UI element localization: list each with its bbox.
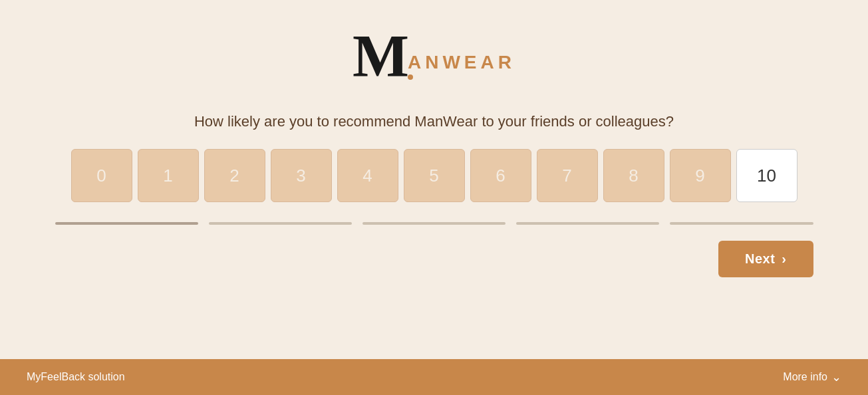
logo-area: M ANWEAR [353,27,515,86]
next-button-label: Next [745,251,775,267]
next-button[interactable]: Next › [718,241,813,277]
nps-button-2[interactable]: 2 [204,149,265,202]
nps-button-7[interactable]: 7 [537,149,598,202]
progress-segment-5 [670,222,813,225]
footer-left-text: MyFeelBack solution [27,371,125,383]
progress-segment-4 [516,222,659,225]
nps-button-6[interactable]: 6 [470,149,531,202]
nps-button-3[interactable]: 3 [271,149,332,202]
footer-more-info[interactable]: More info ⌄ [783,370,841,384]
progress-segment-2 [209,222,352,225]
next-chevron-icon: › [782,251,786,267]
question-text: How likely are you to recommend ManWear … [194,113,674,130]
footer-bar: MyFeelBack solution More info ⌄ [0,359,868,395]
progress-segment-3 [362,222,506,225]
footer-right-text: More info [783,371,827,383]
nps-button-10[interactable]: 10 [736,149,797,202]
page-wrapper: M ANWEAR How likely are you to recommend… [0,0,868,359]
progress-segment-1 [55,222,198,225]
progress-bar-area [55,222,813,225]
logo-anwear-text: ANWEAR [408,53,515,72]
logo-m-letter: M [353,27,406,86]
footer-chevron-icon: ⌄ [831,370,841,384]
nps-button-8[interactable]: 8 [603,149,664,202]
nps-button-4[interactable]: 4 [337,149,398,202]
nps-button-5[interactable]: 5 [404,149,465,202]
logo-text-group: ANWEAR [408,53,515,80]
logo-dot [408,74,413,80]
nps-button-0[interactable]: 0 [71,149,132,202]
nps-button-9[interactable]: 9 [670,149,731,202]
nps-button-1[interactable]: 1 [138,149,199,202]
next-button-area: Next › [55,241,813,277]
nps-scale: 0 1 2 3 4 5 6 7 8 9 10 [71,149,797,202]
